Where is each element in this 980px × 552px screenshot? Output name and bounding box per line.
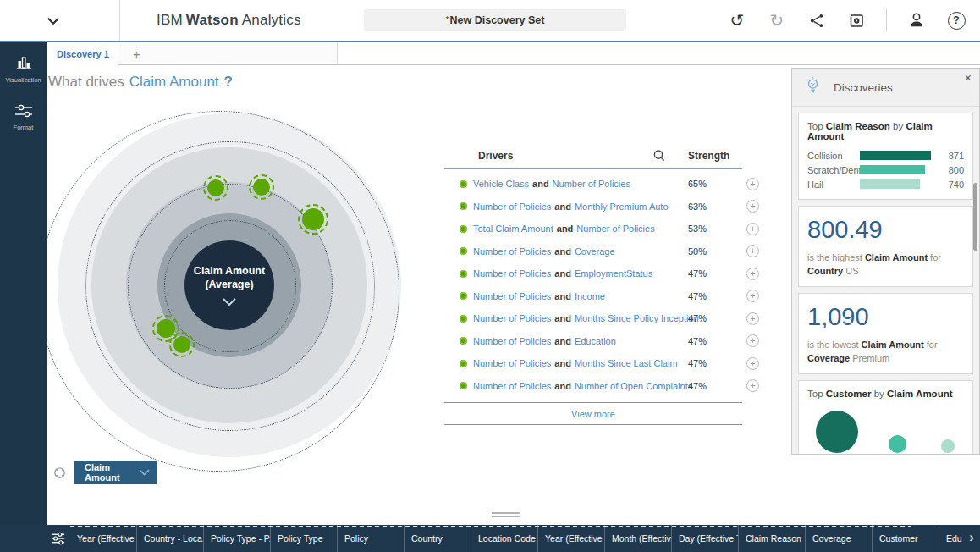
driver-row[interactable]: Number of PoliciesandIncome 47% + [444, 285, 766, 308]
driver-row[interactable]: Vehicle ClassandNumber of Policies 65% + [444, 173, 766, 196]
add-driver-button[interactable]: + [746, 178, 759, 190]
driver-row[interactable]: Total Claim AmountandNumber of Policies … [444, 218, 766, 240]
driver-field-link[interactable]: Number of Policies [473, 246, 551, 257]
driver-bubble[interactable] [207, 179, 224, 196]
header-actions: ↺ ↻ ? [727, 0, 966, 41]
bottom-resize-handle[interactable] [492, 512, 520, 519]
customer-bubble[interactable]: BP23267 [933, 439, 964, 455]
driver-row[interactable]: Number of PoliciesandCoverage 50% + [444, 240, 766, 263]
driver-field-link[interactable]: Number of Policies [473, 291, 551, 301]
driver-field-link[interactable]: Education [575, 336, 616, 346]
add-driver-button[interactable]: + [746, 290, 759, 302]
question-heading: What drives Claim Amount ? [48, 74, 233, 91]
customer-bubble[interactable]: YC54142 [882, 435, 914, 455]
driver-field-link[interactable]: Monthly Premium Auto [575, 201, 669, 212]
data-column[interactable]: Policy Type - P... [204, 525, 271, 552]
scroll-columns-right[interactable]: › [969, 525, 974, 552]
driver-field-link[interactable]: Number of Policies [473, 268, 551, 279]
customer-bubble[interactable]: FQ61281 [816, 411, 858, 455]
add-driver-button[interactable]: + [746, 357, 759, 370]
add-driver-button[interactable]: + [746, 379, 759, 392]
driver-field-link[interactable]: Income [575, 291, 605, 301]
data-column[interactable]: Coverage [806, 525, 873, 552]
account-icon[interactable] [906, 10, 927, 30]
data-column[interactable]: Policy Type [271, 525, 338, 552]
target-measure-dropdown[interactable]: Claim Amount [74, 461, 157, 484]
close-icon[interactable]: × [965, 71, 972, 85]
driver-bubble[interactable] [302, 208, 324, 230]
driver-field-link[interactable]: Coverage [575, 246, 615, 257]
tab-discovery-1[interactable]: Discovery 1 [47, 42, 118, 65]
driver-field-link[interactable]: Number of Policies [576, 224, 654, 234]
view-more-link[interactable]: View more [571, 409, 615, 419]
discovery-bar-card[interactable]: Top Claim Reason by Claim Amount Collisi… [798, 113, 973, 200]
driver-field-link[interactable]: Number of Policies [473, 336, 551, 346]
add-driver-button[interactable]: + [746, 268, 759, 280]
driver-row[interactable]: Number of PoliciesandEducation 47% + [444, 330, 766, 353]
question-help[interactable]: ? [224, 74, 233, 91]
discoveries-header: Discoveries × [792, 69, 979, 107]
driver-row[interactable]: Number of PoliciesandMonths Since Last C… [444, 352, 766, 375]
undo-icon[interactable]: ↺ [727, 10, 747, 30]
driver-field-link[interactable]: Number of Policies [473, 201, 551, 212]
add-driver-button[interactable]: + [746, 200, 759, 213]
question-target-link[interactable]: Claim Amount [129, 74, 219, 91]
collection-icon[interactable] [846, 10, 867, 30]
driver-strength: 47% [688, 291, 707, 301]
data-column[interactable]: Customer [873, 525, 939, 552]
discovery-stat-card[interactable]: 1,090 is the lowest Claim Amount for Cov… [798, 293, 973, 374]
driver-row[interactable]: Number of PoliciesandMonthly Premium Aut… [444, 196, 766, 218]
driver-row[interactable]: Number of PoliciesandMonths Since Policy… [444, 307, 766, 330]
driver-field-link[interactable]: Number of Policies [473, 381, 551, 391]
anchor-point-icon[interactable] [52, 466, 67, 483]
driver-row[interactable]: Number of PoliciesandNumber of Open Comp… [444, 375, 766, 398]
target-center-node[interactable]: Claim Amount (Average) [184, 240, 274, 330]
panel-scrollbar-thumb[interactable] [973, 183, 977, 251]
data-column[interactable]: Country [405, 525, 471, 552]
bar-row[interactable]: Collision 871 [807, 148, 964, 163]
driver-field-link[interactable]: Number of Policies [473, 358, 551, 368]
sidebar-item-visualization[interactable]: Visualization [0, 42, 47, 91]
brand-logo: IBM Watson Analytics [157, 0, 301, 41]
driver-field-link[interactable]: Number of Policies [553, 179, 630, 189]
driver-dot-icon [460, 225, 467, 233]
driver-bubble[interactable] [173, 336, 190, 353]
add-driver-button[interactable]: + [746, 312, 759, 325]
driver-field-link[interactable]: Number of Policies [473, 313, 551, 323]
help-icon[interactable]: ? [946, 10, 966, 30]
data-column[interactable]: Country - Loca... [137, 525, 204, 552]
data-column[interactable]: Claim Reason [739, 525, 806, 552]
add-tab-button[interactable]: + [119, 42, 338, 64]
driver-field-link[interactable]: Total Claim Amount [473, 224, 553, 234]
data-column[interactable]: Day (Effective T... [672, 525, 739, 552]
data-column[interactable]: Month (Effectiv... [605, 525, 672, 552]
driver-field-link[interactable]: Months Since Last Claim [575, 358, 678, 368]
collapse-header-button[interactable] [41, 9, 66, 33]
driver-field-link[interactable]: Months Since Policy Inception [575, 313, 699, 323]
add-driver-button[interactable]: + [746, 245, 759, 257]
data-column[interactable]: Year (Effective ... [70, 525, 137, 552]
driver-field-link[interactable]: Vehicle Class [473, 179, 529, 189]
sidebar-item-format[interactable]: Format [0, 91, 47, 139]
add-driver-button[interactable]: + [746, 223, 759, 235]
redo-icon[interactable]: ↻ [767, 10, 787, 30]
filter-sliders-icon[interactable] [50, 531, 66, 549]
add-driver-button[interactable]: + [746, 334, 759, 347]
driver-row[interactable]: Number of PoliciesandEmploymentStatus 47… [444, 262, 766, 285]
bar-row[interactable]: Hail 740 [807, 177, 964, 191]
driver-field-link[interactable]: EmploymentStatus [575, 268, 652, 279]
bubble-circle [889, 435, 906, 453]
discovery-stat-card[interactable]: 800.49 is the highest Claim Amount for C… [798, 206, 973, 287]
driver-bubble[interactable] [253, 179, 270, 196]
data-column[interactable]: Year (Effective ... [538, 525, 605, 552]
document-title-field[interactable]: * New Discovery Set [364, 9, 626, 31]
data-column[interactable]: Policy [338, 525, 405, 552]
conjunction: and [554, 201, 571, 212]
bar-row[interactable]: Scratch/Dent 800 [807, 163, 964, 177]
search-icon[interactable] [652, 149, 666, 164]
share-icon[interactable] [807, 10, 827, 30]
data-column[interactable]: Location Code [471, 525, 538, 552]
driver-field-link[interactable]: Number of Open Complaints [575, 381, 692, 391]
bubble-chart: FQ61281 YC54142 BP23267 [807, 406, 964, 455]
discovery-bubble-card[interactable]: Top Customer by Claim Amount FQ61281 YC5… [798, 380, 973, 455]
